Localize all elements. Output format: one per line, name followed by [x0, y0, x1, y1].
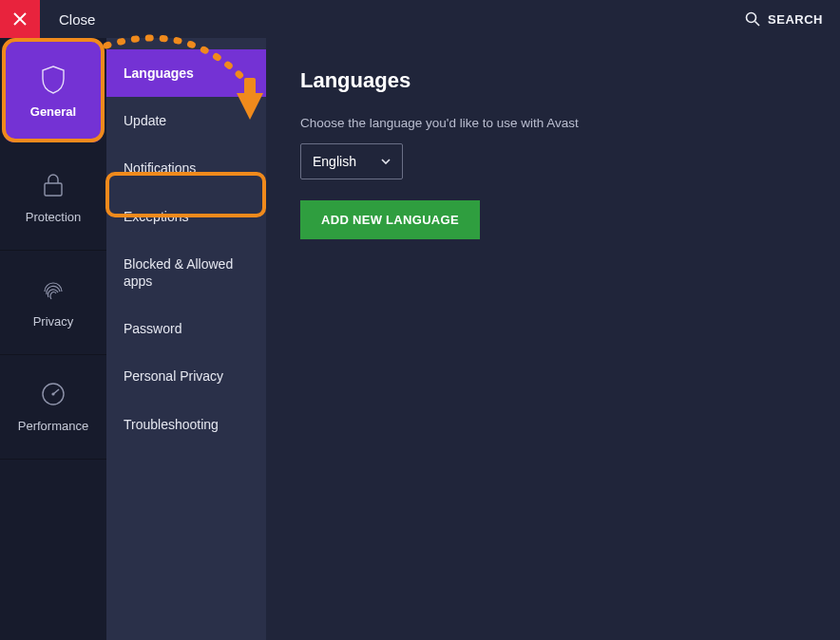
main-content: Languages Choose the language you'd like… [266, 38, 840, 640]
close-icon [13, 12, 27, 26]
sidebar-item-label: Performance [18, 419, 88, 433]
close-button[interactable] [0, 0, 40, 38]
subtab-label: Blocked & Allowed apps [124, 256, 233, 289]
sidebar-secondary: Languages Update Notifications Exception… [106, 38, 266, 640]
svg-point-2 [747, 13, 756, 23]
sidebar-item-general[interactable]: General [4, 42, 103, 142]
sidebar-item-label: Privacy [33, 314, 74, 329]
svg-line-3 [755, 22, 760, 27]
lock-icon [40, 172, 67, 198]
sidebar-item-label: General [30, 104, 76, 119]
subtab-notifications[interactable]: Notifications [106, 144, 266, 192]
subtab-label: Personal Privacy [124, 368, 223, 384]
subtab-label: Languages [124, 66, 194, 81]
search-button[interactable]: SEARCH [745, 11, 823, 27]
add-language-label: ADD NEW LANGUAGE [321, 213, 459, 227]
page-description: Choose the language you'd like to use wi… [300, 116, 840, 130]
search-label: SEARCH [768, 12, 823, 27]
subtab-update[interactable]: Update [106, 97, 266, 144]
page-title: Languages [300, 68, 840, 93]
svg-rect-4 [45, 183, 62, 196]
language-select-value: English [313, 154, 356, 169]
sidebar-item-privacy[interactable]: Privacy [0, 251, 106, 355]
subtab-blocked-allowed-apps[interactable]: Blocked & Allowed apps [106, 240, 266, 305]
subtab-label: Notifications [124, 160, 196, 176]
svg-point-7 [51, 392, 54, 395]
sidebar-item-protection[interactable]: Protection [0, 146, 106, 251]
subtab-label: Password [124, 321, 181, 336]
add-new-language-button[interactable]: ADD NEW LANGUAGE [300, 200, 480, 239]
subtab-label: Exceptions [124, 209, 188, 224]
subtab-label: Update [124, 113, 166, 128]
fingerprint-icon [40, 276, 67, 303]
search-icon [745, 11, 760, 27]
close-label: Close [59, 11, 95, 28]
sidebar-primary: General Protection [0, 38, 106, 640]
shield-icon [40, 66, 67, 93]
sidebar-item-performance[interactable]: Performance [0, 355, 106, 460]
titlebar: Close SEARCH [0, 0, 840, 38]
gauge-icon [40, 381, 67, 407]
chevron-down-icon [381, 159, 391, 164]
subtab-personal-privacy[interactable]: Personal Privacy [106, 352, 266, 400]
language-select[interactable]: English [300, 143, 403, 179]
subtab-languages[interactable]: Languages [106, 49, 266, 97]
subtab-exceptions[interactable]: Exceptions [106, 193, 266, 240]
subtab-troubleshooting[interactable]: Troubleshooting [106, 401, 266, 448]
subtab-label: Troubleshooting [124, 417, 219, 432]
subtab-password[interactable]: Password [106, 305, 266, 352]
sidebar-item-label: Protection [26, 210, 82, 224]
